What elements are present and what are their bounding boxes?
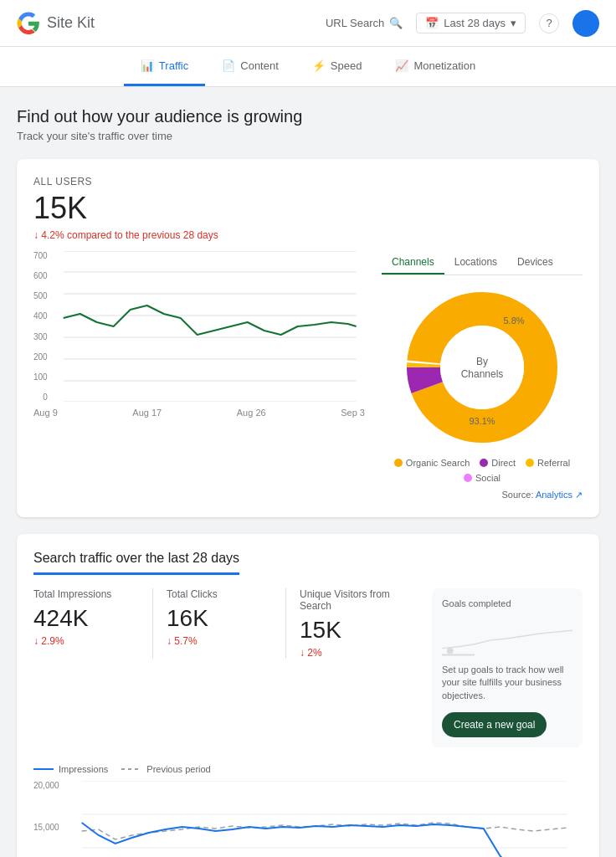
- donut-tab-channels[interactable]: Channels: [382, 251, 444, 275]
- social-dot: [464, 474, 472, 482]
- donut-tabs: Channels Locations Devices: [382, 251, 583, 275]
- create-goal-button[interactable]: Create a new goal: [442, 712, 547, 737]
- avatar[interactable]: [572, 10, 599, 37]
- impressions-metric: Total Impressions 424K ↓ 2.9%: [33, 588, 152, 659]
- all-users-metric: 15K: [33, 191, 583, 226]
- visitors-label: Unique Visitors from Search: [300, 588, 405, 612]
- external-link-icon: ↗: [575, 490, 583, 500]
- help-button[interactable]: ?: [539, 13, 559, 33]
- impressions-y-axis: 20,000 15,000 10,000 5,000: [33, 781, 63, 857]
- speed-icon: ⚡: [312, 59, 326, 72]
- metrics-and-goals: Total Impressions 424K ↓ 2.9% Total Clic…: [33, 588, 583, 747]
- source-label: Source:: [502, 490, 534, 500]
- monetization-icon: 📈: [395, 59, 408, 72]
- clicks-delta: ↓ 5.7%: [167, 635, 272, 647]
- organic-dot: [394, 459, 403, 467]
- search-traffic-card: Search traffic over the last 28 days Tot…: [17, 534, 599, 857]
- impressions-chart-with-axes: 20,000 15,000 10,000 5,000: [33, 781, 583, 857]
- date-range-label: Last 28 days: [444, 17, 506, 29]
- traffic-icon: 📊: [141, 59, 154, 72]
- site-kit-label: Site Kit: [47, 14, 95, 32]
- previous-legend-item: Previous period: [121, 764, 210, 774]
- search-icon: 🔍: [389, 17, 403, 29]
- page-subtitle: Track your site's traffic over time: [17, 130, 599, 142]
- x-axis: Aug 9 Aug 17 Aug 26 Sep 3: [33, 408, 365, 418]
- nav-item-content[interactable]: 📄 Content: [205, 47, 295, 86]
- url-search-label: URL Search: [326, 17, 384, 29]
- logo: Site Kit: [17, 12, 95, 35]
- header: Site Kit URL Search 🔍 📅 Last 28 days ▾ ?: [0, 0, 616, 47]
- nav-content-label: Content: [240, 59, 279, 72]
- all-users-change: ↓ 4.2% compared to the previous 28 days: [33, 229, 583, 241]
- url-search-button[interactable]: URL Search 🔍: [326, 17, 403, 29]
- nav-traffic-label: Traffic: [159, 59, 188, 72]
- visitors-metric: Unique Visitors from Search 15K ↓ 2%: [285, 588, 418, 659]
- legend-referral: Referral: [526, 458, 570, 468]
- impressions-delta: ↓ 2.9%: [33, 635, 139, 647]
- donut-chart: Channels Locations Devices: [382, 251, 583, 483]
- donut-tab-devices[interactable]: Devices: [507, 251, 563, 275]
- clicks-label: Total Clicks: [167, 588, 272, 600]
- goals-description: Set up goals to track how well your site…: [442, 664, 572, 702]
- content-icon: 📄: [222, 59, 235, 72]
- page-title: Find out how your audience is growing: [17, 107, 599, 126]
- nav-item-speed[interactable]: ⚡ Speed: [295, 47, 379, 86]
- impressions-label: Total Impressions: [33, 588, 139, 600]
- referral-dot: [526, 459, 534, 467]
- svg-text:93.1%: 93.1%: [469, 416, 495, 426]
- legend-organic: Organic Search: [394, 458, 470, 468]
- impressions-legend-item: Impressions: [33, 764, 108, 774]
- svg-text:Channels: Channels: [461, 368, 504, 380]
- donut-svg: By Channels 93.1% 5.8%: [398, 284, 566, 451]
- calendar-icon: 📅: [425, 17, 439, 29]
- search-traffic-title: Search traffic over the last 28 days: [33, 551, 239, 575]
- legend-social: Social: [464, 473, 501, 483]
- goals-label: Goals completed: [442, 598, 511, 608]
- nav-item-monetization[interactable]: 📈 Monetization: [378, 47, 492, 86]
- line-chart-svg: [54, 251, 365, 402]
- svg-point-16: [447, 648, 454, 654]
- all-users-card: All Users 15K ↓ 4.2% compared to the pre…: [17, 159, 599, 517]
- clicks-value: 16K: [167, 605, 272, 632]
- impressions-value: 424K: [33, 605, 139, 632]
- impressions-chart-section: Impressions Previous period 20,000 15,00…: [33, 764, 583, 857]
- goals-box: Goals completed Set up goals to track ho…: [432, 588, 583, 747]
- svg-text:5.8%: 5.8%: [503, 316, 524, 326]
- donut-tab-locations[interactable]: Locations: [444, 251, 507, 275]
- svg-text:By: By: [476, 356, 488, 367]
- direct-label: Direct: [491, 458, 516, 468]
- all-users-label: All Users: [33, 176, 583, 187]
- impressions-line-sample: [33, 768, 54, 770]
- header-right: URL Search 🔍 📅 Last 28 days ▾ ?: [326, 10, 599, 37]
- chart-area: 700 600 500 400 300 200 100 0: [33, 251, 583, 483]
- impressions-legend-label: Impressions: [59, 764, 108, 774]
- donut-svg-wrap: By Channels 93.1% 5.8%: [382, 284, 583, 451]
- visitors-delta: ↓ 2%: [300, 647, 405, 659]
- legend-direct: Direct: [480, 458, 516, 468]
- help-icon-label: ?: [546, 17, 552, 29]
- metrics-row: Total Impressions 424K ↓ 2.9% Total Clic…: [33, 588, 418, 659]
- nav-monetization-label: Monetization: [413, 59, 475, 72]
- main-content: Find out how your audience is growing Tr…: [0, 87, 616, 857]
- nav-item-traffic[interactable]: 📊 Traffic: [124, 47, 205, 86]
- nav-speed-label: Speed: [331, 59, 362, 72]
- main-nav: 📊 Traffic 📄 Content ⚡ Speed 📈 Monetizati…: [0, 47, 616, 87]
- organic-label: Organic Search: [406, 458, 470, 468]
- date-range-picker[interactable]: 📅 Last 28 days ▾: [416, 13, 526, 33]
- analytics-source: Source: Analytics ↗: [33, 490, 583, 500]
- clicks-metric: Total Clicks 16K ↓ 5.7%: [152, 588, 285, 659]
- impressions-legend: Impressions Previous period: [33, 764, 583, 774]
- social-label: Social: [475, 473, 501, 483]
- direct-dot: [480, 459, 488, 467]
- chevron-down-icon: ▾: [511, 17, 516, 29]
- previous-line-sample: [121, 768, 141, 770]
- goals-mini-chart: [442, 615, 572, 657]
- referral-label: Referral: [537, 458, 570, 468]
- svg-point-11: [440, 326, 524, 409]
- impressions-chart-svg: [66, 781, 583, 857]
- analytics-link[interactable]: Analytics ↗: [536, 490, 583, 500]
- donut-legend: Organic Search Direct Referral Social: [382, 458, 583, 483]
- google-g-icon: [17, 12, 40, 35]
- impressions-chart-wrap: [66, 781, 583, 857]
- y-axis: 700 600 500 400 300 200 100 0: [33, 251, 51, 402]
